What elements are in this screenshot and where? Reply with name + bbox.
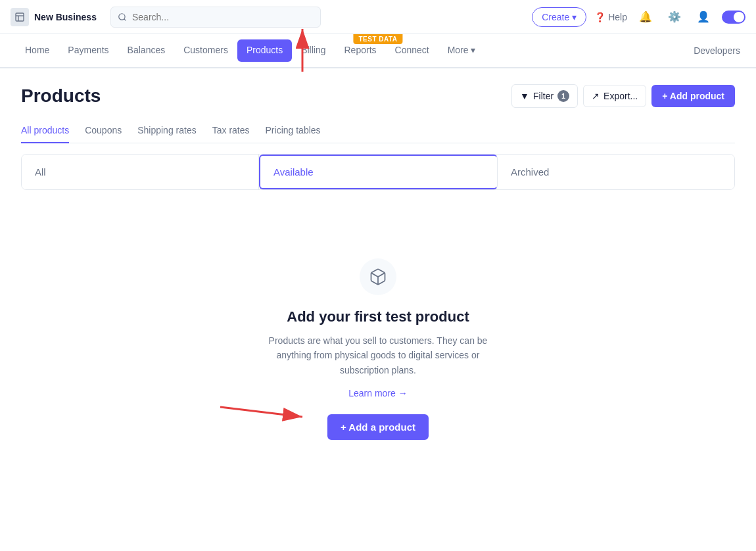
help-button[interactable]: ❓ Help [594,12,627,22]
tab-coupons[interactable]: Coupons [85,118,122,143]
logo-icon [11,8,29,26]
header-actions: ▼ Filter 1 ↗ Export... + Add product [511,84,735,108]
help-circle-icon: ❓ [594,12,605,22]
status-filters: All Available Archived [21,154,735,190]
page-content: Products ▼ Filter 1 ↗ Export... + Add pr… [0,68,756,551]
search-input[interactable] [110,7,321,28]
toggle-knob [734,12,744,22]
svg-line-5 [220,407,302,417]
tab-all-products[interactable]: All products [21,118,69,143]
search-bar[interactable] [110,7,321,28]
status-filter-available[interactable]: Available [259,155,498,189]
learn-more-link[interactable]: Learn more → [348,388,407,398]
nav-developers[interactable]: Developers [694,45,740,56]
nav-item-products[interactable]: Products [237,39,292,62]
page-tabs: All products Coupons Shipping rates Tax … [21,118,735,143]
filter-button[interactable]: ▼ Filter 1 [511,84,578,108]
filter-icon: ▼ [520,91,529,101]
chevron-down-icon: ▾ [471,45,475,55]
bell-icon: 🔔 [639,11,652,23]
empty-state-icon [360,258,396,295]
tab-pricing-tables[interactable]: Pricing tables [266,118,321,143]
page-title: Products [21,85,101,107]
user-avatar[interactable]: 👤 [693,7,714,28]
user-icon: 👤 [697,11,710,23]
topbar: New Business Create ▾ ❓ Help 🔔 ⚙️ 👤 [0,0,756,34]
topbar-actions: Create ▾ ❓ Help 🔔 ⚙️ 👤 [532,7,745,28]
company-name: New Business [34,12,97,22]
svg-rect-0 [16,13,24,21]
nav-item-payments[interactable]: Payments [59,34,118,68]
tab-shipping-rates[interactable]: Shipping rates [137,118,197,143]
main-nav: Home Payments Balances Customers Product… [0,34,756,68]
chevron-down-icon: ▾ [572,12,577,22]
create-button[interactable]: Create ▾ [532,7,586,27]
nav-item-customers[interactable]: Customers [174,34,237,68]
settings-button[interactable]: ⚙️ [664,7,685,28]
empty-state-title: Add your first test product [287,308,469,325]
add-product-button[interactable]: + Add product [651,85,735,107]
add-product-center-button[interactable]: + Add a product [327,414,429,440]
arrow-to-add-button [207,387,312,427]
empty-state: Add your first test product Products are… [21,206,735,466]
notifications-button[interactable]: 🔔 [635,7,656,28]
nav-items: Home Payments Balances Customers Product… [16,34,484,67]
empty-state-description: Products are what you sell to customers.… [253,333,503,377]
test-mode-toggle[interactable] [722,11,745,24]
page-header: Products ▼ Filter 1 ↗ Export... + Add pr… [21,84,735,108]
company-logo[interactable]: New Business [11,8,103,26]
nav-item-more[interactable]: More ▾ [438,34,485,68]
nav-item-home[interactable]: Home [16,34,59,68]
gear-icon: ⚙️ [668,11,681,23]
nav-item-balances[interactable]: Balances [118,34,175,68]
nav-item-billing[interactable]: Billing [292,34,335,68]
test-data-badge: TEST DATA [353,34,402,44]
export-button[interactable]: ↗ Export... [583,85,646,107]
status-filter-archived[interactable]: Archived [498,155,734,189]
export-icon: ↗ [592,91,600,101]
tab-tax-rates[interactable]: Tax rates [212,118,250,143]
status-filter-all[interactable]: All [22,155,259,189]
filter-count-badge: 1 [557,90,569,102]
